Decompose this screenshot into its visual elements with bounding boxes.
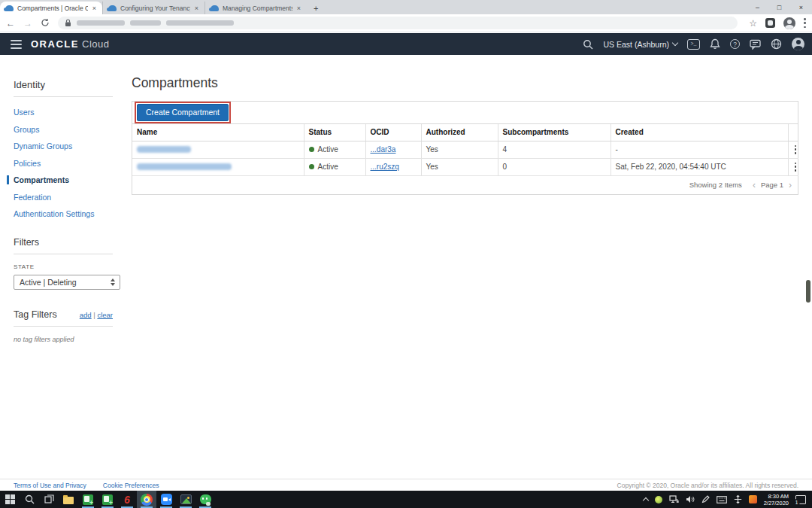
page-next-icon[interactable]: › bbox=[789, 180, 792, 190]
cell-created: Sat, Feb 22, 2020, 04:54:40 UTC bbox=[611, 158, 788, 175]
bookmark-star-icon[interactable]: ☆ bbox=[749, 19, 757, 28]
search-icon[interactable] bbox=[583, 39, 593, 50]
col-header-ocid[interactable]: OCID bbox=[365, 124, 421, 141]
col-header-name[interactable]: Name bbox=[132, 124, 304, 141]
sidebar-item-policies[interactable]: Policies bbox=[14, 159, 113, 168]
volume-icon[interactable] bbox=[686, 495, 695, 503]
cell-name[interactable] bbox=[132, 158, 304, 175]
region-caret-icon bbox=[672, 40, 678, 46]
status-active-icon bbox=[309, 147, 314, 152]
file-explorer-icon[interactable] bbox=[59, 491, 78, 508]
browser-profile-avatar[interactable] bbox=[783, 17, 795, 29]
window-minimize-button[interactable]: – bbox=[747, 0, 768, 14]
tab-close-icon[interactable]: × bbox=[194, 5, 199, 12]
terms-link[interactable]: Terms of Use and Privacy bbox=[14, 482, 86, 489]
tab-managing-compartments[interactable]: Managing Compartments × bbox=[205, 2, 307, 14]
scrollbar-thumb[interactable] bbox=[806, 280, 810, 303]
col-header-created[interactable]: Created bbox=[611, 124, 788, 141]
back-icon[interactable]: ← bbox=[6, 19, 15, 28]
tag-filters-clear-link[interactable]: clear bbox=[97, 311, 113, 319]
address-bar[interactable] bbox=[58, 17, 738, 29]
col-header-subcompartments[interactable]: Subcompartments bbox=[498, 124, 611, 141]
notifications-bell-icon[interactable] bbox=[710, 38, 720, 50]
col-header-actions bbox=[788, 124, 798, 141]
taskbar-search-icon[interactable] bbox=[20, 491, 39, 508]
create-compartment-button[interactable]: Create Compartment bbox=[137, 104, 229, 121]
chrome-icon[interactable] bbox=[137, 491, 156, 508]
action-center-icon[interactable]: 1 bbox=[795, 495, 806, 504]
notification-badge: 1 bbox=[793, 499, 800, 506]
green-app-icon-1[interactable] bbox=[78, 491, 98, 508]
forward-icon[interactable]: → bbox=[23, 19, 32, 28]
tab-compartments[interactable]: Compartments | Oracle Cloud In × bbox=[0, 2, 102, 14]
tab-title: Compartments | Oracle Cloud In bbox=[17, 5, 88, 12]
refresh-icon[interactable] bbox=[41, 18, 50, 29]
sidebar-item-dynamic-groups[interactable]: Dynamic Groups bbox=[14, 141, 113, 151]
col-header-authorized[interactable]: Authorized bbox=[421, 124, 498, 141]
browser-tabstrip: Compartments | Oracle Cloud In × Configu… bbox=[0, 0, 812, 14]
cell-created: - bbox=[611, 141, 788, 158]
sidebar-item-federation[interactable]: Federation bbox=[14, 193, 113, 202]
tag-filters-add-link[interactable]: add bbox=[80, 311, 92, 319]
page-label: Page 1 bbox=[761, 181, 783, 189]
col-header-status[interactable]: Status bbox=[304, 124, 365, 141]
start-button[interactable] bbox=[0, 491, 20, 508]
row-actions-icon[interactable] bbox=[795, 163, 797, 172]
row-actions-icon[interactable] bbox=[795, 145, 797, 154]
red-app-icon[interactable]: 6 bbox=[117, 491, 137, 508]
table-row: Active ...dar3a Yes 4 - bbox=[132, 141, 798, 158]
browser-menu-icon[interactable] bbox=[804, 18, 806, 28]
red-annotation-box: Create Compartment bbox=[135, 102, 231, 123]
oracle-cloud-favicon bbox=[5, 5, 14, 11]
cell-name[interactable] bbox=[132, 141, 304, 158]
window-maximize-button[interactable]: □ bbox=[768, 0, 790, 14]
sidebar-item-users[interactable]: Users bbox=[14, 108, 113, 117]
help-icon[interactable]: ? bbox=[730, 39, 740, 49]
task-view-icon[interactable] bbox=[39, 491, 59, 508]
cell-actions bbox=[788, 141, 798, 158]
touch-keyboard-icon[interactable] bbox=[717, 496, 727, 503]
copyright-text: Copyright © 2020, Oracle and/or its affi… bbox=[617, 482, 798, 489]
hamburger-menu-icon[interactable] bbox=[11, 40, 22, 49]
state-filter-select[interactable]: Active | Deleting bbox=[14, 275, 120, 290]
ocid-link[interactable]: ...ru2szq bbox=[371, 163, 399, 171]
move-cross-icon[interactable] bbox=[734, 495, 742, 503]
windows-taskbar: 6 8:30 AM 2/27/2 bbox=[0, 491, 812, 508]
cell-ocid: ...ru2szq bbox=[365, 158, 421, 175]
orange-tray-app-icon[interactable] bbox=[749, 495, 757, 503]
network-icon[interactable] bbox=[669, 495, 679, 503]
window-close-button[interactable]: × bbox=[790, 0, 812, 14]
oracle-cloud-favicon bbox=[211, 5, 219, 11]
cloud-shell-icon[interactable]: >_ bbox=[687, 39, 700, 50]
page-prev-icon[interactable]: ‹ bbox=[753, 180, 756, 190]
tab-configuring-tenancy[interactable]: Configuring Your Tenancy for De × bbox=[102, 2, 205, 14]
cookie-preferences-link[interactable]: Cookie Preferences bbox=[103, 482, 159, 489]
language-globe-icon[interactable] bbox=[771, 38, 782, 50]
region-label: US East (Ashburn) bbox=[603, 40, 669, 49]
select-stepper-icon bbox=[111, 278, 115, 286]
taskbar-clock[interactable]: 8:30 AM 2/27/2020 bbox=[764, 493, 789, 506]
user-avatar[interactable] bbox=[792, 38, 804, 50]
cell-status: Active bbox=[304, 141, 365, 158]
extension-icon[interactable] bbox=[765, 18, 775, 28]
pen-ink-icon[interactable] bbox=[701, 495, 710, 503]
oracle-cloud-logo[interactable]: ORACLE Cloud bbox=[31, 38, 109, 50]
cell-status: Active bbox=[304, 158, 365, 175]
tab-close-icon[interactable]: × bbox=[92, 5, 97, 12]
ocid-link[interactable]: ...dar3a bbox=[371, 145, 396, 154]
tray-chevron-up-icon[interactable] bbox=[644, 496, 648, 503]
feedback-chat-icon[interactable] bbox=[750, 39, 761, 50]
sidebar-item-groups[interactable]: Groups bbox=[14, 125, 113, 134]
compartments-panel: Create Compartment Name Status OCID Auth… bbox=[132, 101, 798, 195]
region-selector[interactable]: US East (Ashburn) bbox=[603, 40, 677, 49]
tray-green-status-icon[interactable] bbox=[655, 496, 662, 503]
tab-close-icon[interactable]: × bbox=[296, 5, 301, 12]
green-app-icon-2[interactable] bbox=[98, 491, 117, 508]
new-tab-button[interactable]: + bbox=[307, 4, 325, 14]
image-viewer-app-icon[interactable] bbox=[176, 491, 195, 508]
filters-heading: Filters bbox=[14, 237, 113, 248]
chat-app-icon[interactable] bbox=[195, 491, 215, 508]
video-meeting-app-icon[interactable] bbox=[156, 491, 176, 508]
sidebar-item-compartments[interactable]: Compartments bbox=[7, 175, 113, 184]
sidebar-item-authentication-settings[interactable]: Authentication Settings bbox=[14, 209, 113, 218]
